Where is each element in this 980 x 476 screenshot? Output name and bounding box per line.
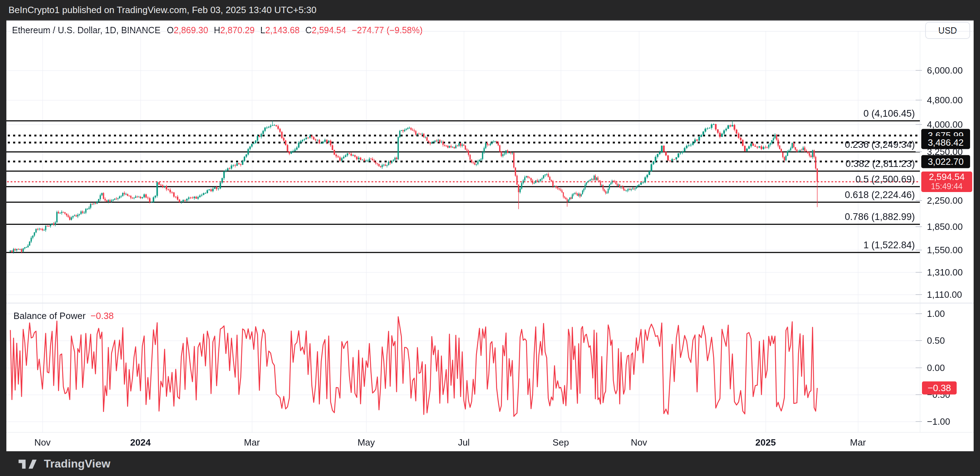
time-tick-label: May [357, 437, 375, 448]
price-line-badge: 3,486.42 [921, 136, 970, 149]
indicator-tick-mark [916, 340, 922, 341]
price-tick-mark [916, 272, 922, 273]
indicator-badge-value: −0.38 [928, 382, 951, 393]
time-axis-separator [6, 432, 974, 433]
price-tick-label: 1,850.00 [927, 221, 963, 232]
price-line-badge: 3,022.70 [921, 155, 970, 168]
price-tick-label: 1,110.00 [927, 289, 962, 300]
ohlc-C: C2,594.54 [305, 25, 346, 35]
brand-name[interactable]: TradingView [44, 457, 110, 470]
last-price-badge: 2,594.54 15:49:44 [921, 171, 972, 192]
price-tick-mark [916, 250, 922, 251]
indicator-tick-mark [916, 367, 922, 368]
indicator-name: Balance of Power [13, 311, 86, 322]
brand-bar: TradingView [0, 451, 980, 476]
price-axis-border [920, 31, 920, 432]
tradingview-logo-icon[interactable] [18, 458, 37, 470]
bar-countdown: 15:49:44 [931, 182, 963, 191]
indicator-tick-label: 0.50 [927, 335, 945, 346]
price-tick-label: 2,250.00 [927, 195, 963, 206]
price-tick-label: 4,800.00 [927, 95, 963, 106]
price-tick-label: 1,550.00 [927, 245, 963, 256]
indicator-tick-mark [916, 313, 922, 314]
time-tick-label: Mar [244, 437, 260, 448]
price-tick-mark [916, 124, 922, 125]
change-value: −274.77 (−9.58%) [352, 25, 422, 35]
currency-toggle-button[interactable]: USD [925, 22, 970, 39]
ohlc-O: O2,869.30 [167, 25, 208, 35]
time-tick-label: Mar [850, 437, 866, 448]
price-tick-label: 4,000.00 [927, 119, 963, 130]
price-tick-mark [916, 294, 922, 295]
price-tick-mark [916, 200, 922, 201]
price-tick-mark [916, 70, 922, 71]
indicator-tick-label: −1.00 [927, 416, 950, 427]
tradingview-snapshot: BeInCrypto1 published on TradingView.com… [0, 0, 980, 476]
indicator-tick-mark [916, 421, 922, 422]
chart-canvas[interactable] [0, 0, 980, 476]
ohlc-L: L2,143.68 [260, 25, 300, 35]
pane-top-separator [6, 31, 974, 32]
price-tick-label: 1,310.00 [927, 267, 963, 278]
chart-legend: Ethereum / U.S. Dollar, 1D, BINANCE O2,8… [12, 24, 423, 36]
indicator-legend[interactable]: Balance of Power −0.38 [13, 310, 114, 322]
indicator-value-badge: −0.38 [922, 382, 957, 395]
time-tick-label: Jul [458, 437, 469, 448]
currency-toggle-label: USD [938, 25, 957, 36]
time-tick-label: Sep [553, 437, 569, 448]
indicator-value: −0.38 [91, 311, 114, 322]
time-tick-label: Nov [631, 437, 647, 448]
symbol-title[interactable]: Ethereum / U.S. Dollar, 1D, BINANCE [12, 25, 161, 35]
price-tick-label: 6,000.00 [927, 65, 963, 76]
price-tick-mark [916, 151, 922, 152]
price-tick-mark [916, 100, 922, 100]
time-tick-label: Nov [34, 437, 51, 448]
indicator-tick-label: 1.00 [927, 308, 945, 319]
time-tick-label: 2024 [130, 437, 151, 448]
ohlc-H: H2,870.29 [214, 25, 255, 35]
pane-separator[interactable] [6, 303, 974, 303]
price-tick-mark [916, 226, 922, 227]
time-tick-label: 2025 [755, 437, 776, 448]
indicator-tick-label: 0.00 [927, 362, 945, 373]
indicator-tick-mark [916, 394, 922, 395]
last-price-value: 2,594.54 [929, 172, 964, 182]
ohlc-values: O2,869.30H2,870.29L2,143.68C2,594.54 [167, 25, 352, 35]
